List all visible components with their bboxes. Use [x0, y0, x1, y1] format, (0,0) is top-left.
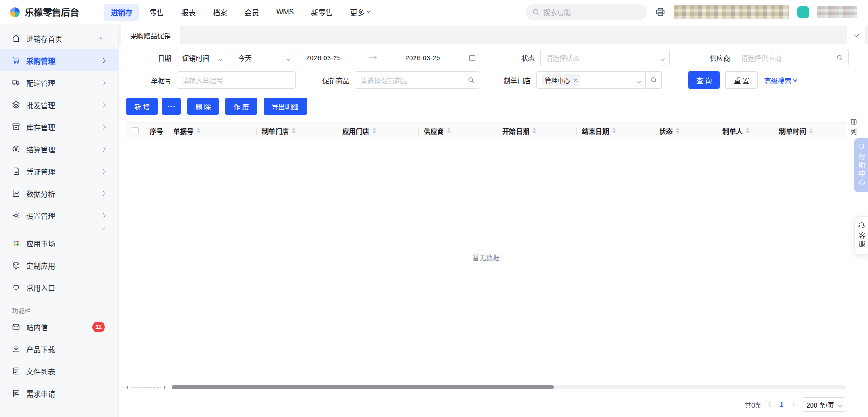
tab-purchase-gift-promotion[interactable]: 采购赠品促销: [121, 26, 180, 44]
date-range-picker[interactable]: 2026-03-25 2026-03-25: [301, 49, 481, 66]
sort-icon[interactable]: [612, 128, 616, 133]
sidebar-item-voucher[interactable]: 凭证管理: [0, 160, 118, 182]
sort-icon[interactable]: [292, 128, 296, 133]
horizontal-scroll-area: [126, 384, 846, 390]
sort-icon[interactable]: [197, 128, 200, 133]
sidebar-item-distribution[interactable]: 配送管理: [0, 71, 118, 94]
void-button[interactable]: 作 废: [225, 98, 257, 115]
help-center-tab[interactable]: 帮助中心: [854, 138, 868, 192]
add-button[interactable]: 新 增: [126, 98, 158, 115]
unread-count-badge: 11: [92, 322, 105, 332]
nav-item-members[interactable]: 会员: [238, 4, 265, 21]
calendar-icon: [468, 54, 476, 62]
nav-item-more[interactable]: 更多: [344, 4, 376, 21]
search-icon[interactable]: [836, 54, 843, 61]
horizontal-scrollbar[interactable]: [172, 385, 846, 389]
collapse-sidebar-icon[interactable]: [97, 34, 105, 42]
fixed-column-scroll[interactable]: [126, 385, 166, 389]
sidebar-scroll-down-indicator[interactable]: [0, 227, 118, 232]
select-all-cell: [126, 123, 144, 139]
sidebar-item-wholesale[interactable]: 批发管理: [0, 94, 118, 116]
sidebar-item-inventory[interactable]: 库存管理: [0, 116, 118, 138]
scroll-right-icon[interactable]: [164, 385, 166, 389]
sort-icon[interactable]: [746, 128, 750, 133]
query-button[interactable]: 查 询: [688, 71, 720, 89]
column-header-create-time[interactable]: 制单时间: [774, 123, 846, 139]
current-page[interactable]: 1: [780, 401, 783, 408]
sidebar-item-favorites[interactable]: 常用入口: [0, 276, 118, 299]
scrollbar-thumb[interactable]: [172, 385, 554, 389]
store-search-button[interactable]: [646, 71, 662, 89]
advanced-search-link[interactable]: 高级搜索: [764, 76, 796, 85]
column-header-start-date[interactable]: 开始日期: [497, 123, 576, 139]
column-header-store[interactable]: 制单门店: [256, 123, 337, 139]
sidebar-item-purchase[interactable]: 采购管理: [0, 49, 118, 71]
nav-item-wms[interactable]: WMS: [270, 5, 300, 19]
prev-page-button[interactable]: [769, 403, 773, 406]
delete-button[interactable]: 删 除: [187, 98, 219, 115]
nav-item-inventory[interactable]: 进销存: [104, 4, 139, 21]
sort-icon[interactable]: [373, 128, 376, 133]
sidebar-item-custom-apps[interactable]: 定制应用: [0, 254, 118, 276]
search-icon[interactable]: [467, 76, 475, 84]
heart-icon: [12, 283, 20, 292]
sidebar-item-requests[interactable]: 需求申请: [0, 382, 118, 404]
scroll-left-icon[interactable]: [126, 385, 128, 389]
remove-tag-icon[interactable]: [573, 78, 577, 82]
sort-icon[interactable]: [447, 128, 451, 133]
select-all-checkbox[interactable]: [132, 127, 139, 134]
supplier-label: 供应商: [710, 53, 730, 62]
sort-icon[interactable]: [809, 128, 813, 133]
sidebar-item-settings[interactable]: 设置管理: [0, 204, 118, 227]
sort-icon[interactable]: [676, 128, 679, 133]
chevron-down-icon: [839, 401, 841, 408]
column-header-seq: 序号: [144, 123, 168, 139]
store-select[interactable]: 管理中心: [536, 71, 646, 89]
sidebar-item-settlement[interactable]: 结算管理: [0, 138, 118, 160]
column-settings-button[interactable]: 列: [848, 118, 859, 136]
reset-button[interactable]: 重 置: [725, 71, 758, 89]
promo-goods-input[interactable]: 请选择促销商品: [355, 71, 480, 89]
sort-icon[interactable]: [533, 128, 536, 133]
customer-service-tab[interactable]: 客服: [854, 216, 868, 255]
cube-icon: [12, 261, 20, 270]
avatar[interactable]: [797, 6, 809, 18]
date-type-select[interactable]: 促销时间: [177, 49, 227, 66]
column-header-end-date[interactable]: 结束日期: [576, 123, 654, 139]
sidebar-item-downloads[interactable]: 产品下载: [0, 338, 118, 360]
status-select[interactable]: 请选择状态: [540, 49, 670, 66]
sidebar-item-app-market[interactable]: 应用市场: [0, 232, 118, 254]
collapse-panel-chevron[interactable]: [847, 26, 865, 44]
supplier-input[interactable]: 请选择供应商: [736, 49, 849, 66]
app-logo[interactable]: 乐檬零售后台: [9, 5, 79, 19]
global-search-input[interactable]: 搜索功能: [526, 4, 647, 20]
help-chat-icon: [858, 143, 865, 150]
nav-item-archives[interactable]: 档案: [207, 4, 234, 21]
nav-item-retail[interactable]: 零售: [143, 4, 170, 21]
pagination: 共0条 1 200 条/页: [745, 397, 846, 412]
sidebar-item-files[interactable]: 文件列表: [0, 360, 118, 382]
next-page-button[interactable]: [791, 403, 794, 406]
sidebar-item-home[interactable]: 进销存首页: [0, 27, 118, 49]
logo-text: 乐檬零售后台: [25, 5, 79, 19]
filter-panel: 日期 促销时间 今天 2026-03-25 2026-03-25 状态: [119, 44, 868, 89]
page-size-select[interactable]: 200 条/页: [802, 397, 846, 412]
doc-no-input[interactable]: 请输入单据号: [177, 71, 296, 89]
column-header-supplier[interactable]: 供应商: [418, 123, 497, 139]
column-header-doc-no[interactable]: 单据号: [168, 123, 256, 139]
column-header-status[interactable]: 状态: [654, 123, 717, 139]
chevron-right-icon: [101, 192, 105, 195]
sidebar-item-messages[interactable]: 站内信 11: [0, 316, 118, 338]
date-start-value: 2026-03-25: [306, 54, 341, 62]
column-header-creator[interactable]: 制单人: [717, 123, 774, 139]
printer-icon[interactable]: [655, 7, 665, 17]
nav-item-reports[interactable]: 报表: [175, 4, 202, 21]
column-header-apply-store[interactable]: 应用门店: [337, 123, 418, 139]
date-end-value: 2026-03-25: [406, 54, 440, 62]
sidebar-item-analytics[interactable]: 数据分析: [0, 182, 118, 204]
nav-item-new-retail[interactable]: 新零售: [305, 4, 339, 21]
more-actions-button[interactable]: ···: [162, 98, 181, 115]
export-detail-button[interactable]: 导出明细: [264, 98, 307, 115]
sidebar: 进销存首页 采购管理 配送管理 批发管: [0, 24, 119, 417]
date-preset-select[interactable]: 今天: [233, 49, 295, 66]
